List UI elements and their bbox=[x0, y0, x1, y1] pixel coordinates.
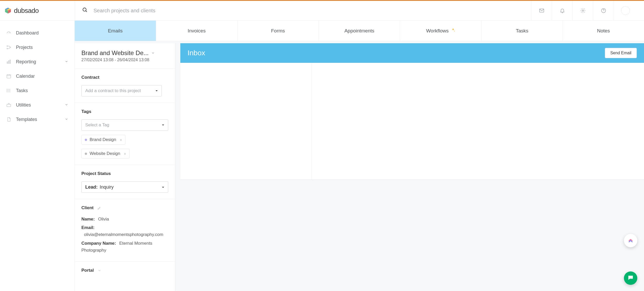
contract-select[interactable]: Add a contract to this project bbox=[81, 85, 162, 96]
client-company-label: Company Name: bbox=[81, 241, 116, 246]
project-title: Brand and Website De... bbox=[81, 49, 149, 57]
svg-rect-16 bbox=[10, 60, 10, 64]
tag-label: Brand Design bbox=[90, 137, 116, 142]
tab-appointments[interactable]: Appointments bbox=[319, 21, 400, 41]
sidebar-item-label: Calendar bbox=[16, 74, 35, 79]
tag-chip: Website Design × bbox=[81, 149, 130, 158]
calendar-icon bbox=[6, 74, 11, 79]
status-select[interactable]: Lead: Inquiry bbox=[81, 181, 168, 193]
tab-label: Emails bbox=[108, 28, 123, 34]
chat-icon bbox=[627, 274, 634, 282]
project-tabs: Emails Invoices Forms Appointments Workf… bbox=[75, 21, 644, 41]
caret-down-icon bbox=[155, 88, 158, 93]
chevron-down-icon bbox=[98, 269, 101, 272]
sidebar-item-dashboard[interactable]: Dashboard bbox=[0, 26, 74, 40]
tab-label: Forms bbox=[271, 28, 285, 34]
mail-icon[interactable] bbox=[531, 1, 552, 21]
project-title-section: Brand and Website De... 27/02/2024 13:08… bbox=[75, 43, 175, 69]
tab-emails[interactable]: Emails bbox=[75, 21, 156, 41]
svg-rect-17 bbox=[7, 75, 11, 78]
toolbox-icon bbox=[6, 102, 11, 108]
svg-point-12 bbox=[7, 48, 8, 49]
search-input[interactable] bbox=[94, 8, 197, 14]
branches-icon bbox=[6, 45, 11, 50]
logo-cube-icon bbox=[5, 7, 11, 14]
sidebar-item-tasks[interactable]: Tasks bbox=[0, 83, 74, 98]
client-email-label: Email: bbox=[81, 225, 95, 230]
gear-icon[interactable] bbox=[572, 1, 593, 21]
status-value: Inquiry bbox=[100, 184, 114, 190]
sidebar-item-utilities[interactable]: Utilities bbox=[0, 98, 74, 112]
inbox-header: Inbox Send Email bbox=[180, 43, 644, 63]
edit-icon[interactable] bbox=[97, 206, 101, 210]
status-heading: Project Status bbox=[81, 171, 168, 176]
tags-section: Tags Select a Tag Brand Design × bbox=[75, 103, 175, 165]
chart-icon bbox=[6, 59, 11, 64]
search-icon bbox=[82, 7, 88, 14]
svg-point-9 bbox=[603, 12, 604, 12]
tab-label: Workflows bbox=[426, 28, 448, 34]
tab-forms[interactable]: Forms bbox=[238, 21, 319, 41]
sidebar-item-reporting[interactable]: Reporting bbox=[0, 55, 74, 69]
tag-dot-icon bbox=[85, 139, 87, 141]
svg-point-7 bbox=[582, 10, 584, 11]
inbox-preview bbox=[312, 63, 644, 179]
sidebar-item-label: Reporting bbox=[16, 59, 36, 65]
status-type-label: Lead: bbox=[85, 184, 98, 190]
sidebar-item-label: Dashboard bbox=[16, 30, 39, 36]
send-email-button[interactable]: Send Email bbox=[605, 48, 637, 58]
contract-section: Contract Add a contract to this project bbox=[75, 69, 175, 103]
svg-rect-27 bbox=[7, 104, 11, 107]
chevron-down-icon[interactable] bbox=[151, 51, 155, 55]
inbox-title: Inbox bbox=[188, 49, 205, 57]
gauge-icon bbox=[6, 30, 11, 36]
main-area: Emails Invoices Forms Appointments Workf… bbox=[75, 21, 644, 291]
email-area: Inbox Send Email bbox=[180, 43, 644, 291]
tags-heading: Tags bbox=[81, 109, 168, 114]
tags-select[interactable]: Select a Tag bbox=[81, 119, 168, 131]
bell-icon[interactable] bbox=[552, 1, 572, 21]
tag-chip: Brand Design × bbox=[81, 135, 125, 145]
topbar: dubsado bbox=[0, 1, 644, 21]
tab-notes[interactable]: Notes bbox=[563, 21, 644, 41]
tab-label: Notes bbox=[597, 28, 610, 34]
sidebar-item-calendar[interactable]: Calendar bbox=[0, 69, 74, 83]
status-section: Project Status Lead: Inquiry bbox=[75, 165, 175, 199]
tab-tasks[interactable]: Tasks bbox=[481, 21, 563, 41]
tag-remove-icon[interactable]: × bbox=[120, 138, 122, 142]
topbar-actions bbox=[531, 1, 644, 21]
client-heading: Client bbox=[81, 205, 168, 210]
sidebar-item-label: Tasks bbox=[16, 88, 28, 93]
sidebar-item-templates[interactable]: Templates bbox=[0, 112, 74, 127]
help-icon[interactable] bbox=[593, 1, 614, 21]
svg-rect-15 bbox=[9, 61, 9, 64]
tag-remove-icon[interactable]: × bbox=[124, 152, 126, 156]
clickup-icon bbox=[628, 237, 633, 244]
clickup-fab[interactable] bbox=[624, 234, 637, 247]
chevron-down-icon bbox=[65, 59, 68, 65]
client-name-label: Name: bbox=[81, 217, 95, 222]
svg-point-25 bbox=[7, 90, 7, 91]
logo[interactable]: dubsado bbox=[0, 7, 75, 15]
chat-fab[interactable] bbox=[624, 271, 637, 285]
project-details-panel: Brand and Website De... 27/02/2024 13:08… bbox=[75, 43, 175, 291]
contract-select-placeholder: Add a contract to this project bbox=[85, 88, 141, 93]
tag-label: Website Design bbox=[90, 151, 120, 156]
svg-point-4 bbox=[83, 8, 86, 11]
client-name-value: Olivia bbox=[98, 217, 109, 222]
svg-point-26 bbox=[7, 92, 7, 92]
inbox-list[interactable] bbox=[180, 63, 312, 179]
svg-rect-14 bbox=[7, 62, 8, 64]
client-email-value: olivia@eternalmomentsphotography.com bbox=[81, 231, 168, 238]
portal-heading[interactable]: Portal bbox=[81, 268, 168, 273]
svg-line-10 bbox=[9, 32, 10, 33]
tab-invoices[interactable]: Invoices bbox=[156, 21, 238, 41]
tab-label: Invoices bbox=[188, 28, 206, 34]
sidebar-item-projects[interactable]: Projects bbox=[0, 40, 74, 55]
avatar[interactable] bbox=[614, 1, 637, 21]
tab-label: Appointments bbox=[344, 28, 374, 34]
send-email-label: Send Email bbox=[610, 51, 631, 55]
sidebar: Dashboard Projects Reporting Calendar bbox=[0, 21, 75, 291]
chevron-down-icon bbox=[65, 102, 68, 108]
tab-workflows[interactable]: Workflows bbox=[400, 21, 481, 41]
